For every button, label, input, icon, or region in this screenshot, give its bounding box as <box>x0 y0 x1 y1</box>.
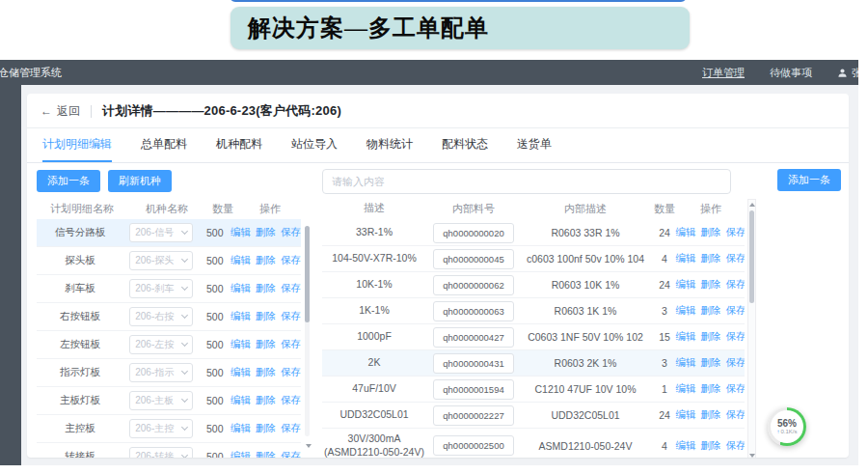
nav-order-management[interactable]: 订单管理 <box>702 66 745 80</box>
part-no-input[interactable] <box>433 249 514 269</box>
save-link[interactable]: 保存 <box>281 254 301 267</box>
tab-material-status[interactable]: 配料状态 <box>442 128 488 162</box>
save-link[interactable]: 保存 <box>726 408 746 422</box>
network-speed-badge[interactable]: 56% ↑ 0.1K/s <box>768 407 806 446</box>
part-no-input[interactable] <box>433 435 514 456</box>
table-row[interactable]: 指示灯板 206-指示 500 编辑删除保存 <box>37 359 301 387</box>
table-row[interactable]: 33R-1% R0603 33R 1% 24 编辑删除保存 <box>322 220 745 246</box>
model-dropdown[interactable]: 206-指示 <box>129 363 193 382</box>
delete-link[interactable]: 删除 <box>256 366 276 379</box>
edit-link[interactable]: 编辑 <box>676 408 696 422</box>
delete-link[interactable]: 删除 <box>701 278 721 292</box>
save-link[interactable]: 保存 <box>281 422 301 435</box>
tab-plan-detail-edit[interactable]: 计划明细编辑 <box>42 128 112 162</box>
delete-link[interactable]: 删除 <box>256 226 276 239</box>
save-link[interactable]: 保存 <box>281 338 301 351</box>
scroll-down-icon[interactable] <box>306 444 312 448</box>
nav-todo-items[interactable]: 待做事项 <box>770 66 812 80</box>
model-dropdown[interactable]: 206-主板 <box>129 391 193 410</box>
model-dropdown[interactable]: 206-右按 <box>129 307 193 326</box>
tab-station-import[interactable]: 站位导入 <box>291 128 338 162</box>
save-link[interactable]: 保存 <box>281 366 301 379</box>
save-link[interactable]: 保存 <box>281 450 301 458</box>
delete-link[interactable]: 删除 <box>256 310 276 323</box>
save-link[interactable]: 保存 <box>726 382 746 396</box>
table-row[interactable]: 104-50V-X7R-10% c0603 100nf 50v 10% 104 … <box>322 246 745 272</box>
edit-link[interactable]: 编辑 <box>231 450 251 458</box>
search-input[interactable] <box>322 169 731 194</box>
save-link[interactable]: 保存 <box>281 282 301 295</box>
edit-link[interactable]: 编辑 <box>676 226 696 239</box>
table-row[interactable]: 左按钮板 206-左按 500 编辑删除保存 <box>37 331 301 359</box>
save-link[interactable]: 保存 <box>726 226 746 239</box>
delete-link[interactable]: 删除 <box>256 338 276 351</box>
edit-link[interactable]: 编辑 <box>676 304 696 318</box>
edit-link[interactable]: 编辑 <box>676 252 696 265</box>
part-no-input[interactable] <box>433 405 514 426</box>
save-link[interactable]: 保存 <box>726 439 746 453</box>
add-material-button[interactable]: 添加一条 <box>777 169 841 191</box>
delete-link[interactable]: 删除 <box>701 252 721 265</box>
part-no-input[interactable] <box>433 275 514 295</box>
add-plan-item-button[interactable]: 添加一条 <box>37 170 100 192</box>
part-no-input[interactable] <box>433 223 514 243</box>
model-dropdown[interactable]: 206-刹车 <box>129 279 193 298</box>
right-scrollbar[interactable] <box>747 199 756 458</box>
edit-link[interactable]: 编辑 <box>231 338 251 351</box>
edit-link[interactable]: 编辑 <box>676 439 696 453</box>
edit-link[interactable]: 编辑 <box>676 356 696 370</box>
delete-link[interactable]: 删除 <box>701 408 721 422</box>
save-link[interactable]: 保存 <box>726 304 746 318</box>
left-scrollbar[interactable] <box>305 226 310 436</box>
part-no-input[interactable] <box>433 327 514 348</box>
edit-link[interactable]: 编辑 <box>231 226 251 239</box>
delete-link[interactable]: 删除 <box>256 422 276 435</box>
tab-delivery-note[interactable]: 送货单 <box>517 128 552 162</box>
model-dropdown[interactable]: 206-主控 <box>129 419 193 438</box>
delete-link[interactable]: 删除 <box>701 330 721 344</box>
edit-link[interactable]: 编辑 <box>676 278 696 292</box>
table-row[interactable]: 主控板 206-主控 500 编辑删除保存 <box>37 415 301 443</box>
delete-link[interactable]: 删除 <box>256 394 276 407</box>
save-link[interactable]: 保存 <box>281 394 301 407</box>
edit-link[interactable]: 编辑 <box>231 366 251 379</box>
model-dropdown[interactable]: 206-信号 <box>129 223 193 242</box>
save-link[interactable]: 保存 <box>281 310 301 323</box>
scroll-up-icon[interactable] <box>749 203 755 207</box>
model-dropdown[interactable]: 206-探头 <box>129 251 193 270</box>
delete-link[interactable]: 删除 <box>256 450 276 458</box>
table-row[interactable]: 右按钮板 206-右按 500 编辑删除保存 <box>37 303 301 331</box>
edit-link[interactable]: 编辑 <box>231 310 251 323</box>
tab-total-order-material[interactable]: 总单配料 <box>141 128 187 162</box>
part-no-input[interactable] <box>433 353 514 374</box>
edit-link[interactable]: 编辑 <box>231 282 251 295</box>
edit-link[interactable]: 编辑 <box>676 382 696 396</box>
table-row[interactable]: 转接板 206-转接 500 编辑删除保存 <box>37 443 301 458</box>
table-row[interactable]: 1000pF C0603 1NF 50V 10% 102 15 编辑删除保存 <box>322 324 745 350</box>
save-link[interactable]: 保存 <box>281 226 301 239</box>
tab-material-stats[interactable]: 物料统计 <box>366 128 413 162</box>
edit-link[interactable]: 编辑 <box>231 394 251 407</box>
save-link[interactable]: 保存 <box>726 330 746 344</box>
table-row[interactable]: 1K-1% R0603 1K 1% 3 编辑删除保存 <box>322 298 745 324</box>
tab-model-material[interactable]: 机种配料 <box>216 128 262 162</box>
delete-link[interactable]: 删除 <box>701 304 721 318</box>
user-menu[interactable]: 张 <box>837 66 858 80</box>
delete-link[interactable]: 删除 <box>256 254 276 267</box>
table-row[interactable]: 47uF/10V C1210 47UF 10V 10% 1 编辑删除保存 <box>322 376 745 403</box>
refresh-model-button[interactable]: 刷新机种 <box>108 170 172 192</box>
delete-link[interactable]: 删除 <box>701 382 721 396</box>
scroll-down-icon[interactable] <box>749 454 755 458</box>
delete-link[interactable]: 删除 <box>256 282 276 295</box>
table-row[interactable]: UDD32C05L01 UDD32C05L01 24 编辑删除保存 <box>322 403 745 429</box>
right-scrollbar-thumb[interactable] <box>749 210 754 303</box>
table-row[interactable]: 信号分路板 206-信号 500 编辑删除保存 <box>37 219 301 247</box>
back-button[interactable]: ← 返回 <box>41 103 80 120</box>
table-row[interactable]: 主板灯板 206-主板 500 编辑删除保存 <box>37 387 301 415</box>
edit-link[interactable]: 编辑 <box>231 254 251 267</box>
model-dropdown[interactable]: 206-左按 <box>129 335 193 354</box>
delete-link[interactable]: 删除 <box>701 226 721 239</box>
table-row[interactable]: 30V/300mA (ASMD1210-050-24V) ASMD1210-05… <box>322 429 745 458</box>
table-row[interactable]: 10K-1% R0603 10K 1% 24 编辑删除保存 <box>322 272 745 298</box>
edit-link[interactable]: 编辑 <box>676 330 696 344</box>
